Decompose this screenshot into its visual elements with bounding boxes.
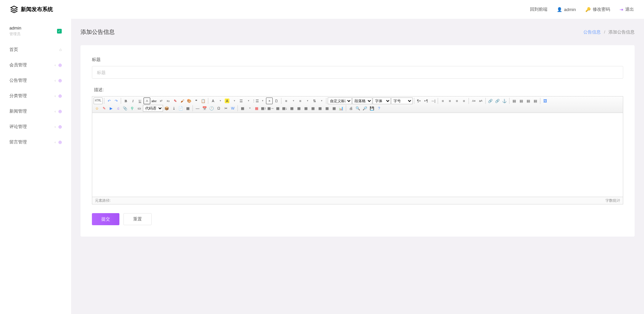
insert-table-dropdown[interactable] (246, 105, 253, 112)
delete-col-button[interactable]: ▦ (288, 105, 295, 112)
back-to-frontend-link[interactable]: 回到前端 (530, 6, 547, 12)
insert-col-button[interactable]: ▦↓ (281, 105, 288, 112)
webapp-button[interactable]: 📦 (163, 105, 170, 112)
undo-button[interactable]: ↶ (106, 98, 112, 104)
anchor-button[interactable]: ⚓ (501, 98, 508, 104)
insert-para-before-table-button[interactable]: ▦↑ (260, 105, 267, 112)
word-count-label[interactable]: 字数统计 (605, 198, 620, 203)
font-size-select[interactable]: 字号 (391, 98, 413, 104)
sidebar-item-5[interactable]: 评论管理‹◎ (0, 119, 71, 134)
font-family-select[interactable]: 字体 (373, 98, 391, 104)
link-button[interactable]: 🔗 (487, 98, 494, 104)
backcolor-button[interactable]: A (225, 99, 229, 103)
reset-button[interactable]: 重置 (123, 213, 152, 225)
source-html-button[interactable]: HTML (94, 98, 103, 104)
snapscreen-button[interactable]: ✂ (222, 105, 229, 112)
italic-button[interactable]: I (129, 98, 136, 104)
rowspacing-top-dropdown[interactable] (290, 98, 297, 104)
unordered-list-button[interactable]: ⋮☰ (252, 98, 259, 104)
print-button[interactable]: 🖨 (347, 105, 354, 112)
music-button[interactable]: ♫ (115, 105, 121, 112)
drafts-button[interactable]: 💾 (369, 105, 375, 112)
underline-button[interactable]: U (137, 98, 143, 104)
time-button[interactable]: 🕐 (208, 105, 215, 112)
unordered-list-dropdown[interactable] (259, 98, 266, 104)
bold-button[interactable]: B (122, 98, 129, 104)
merge-right-button[interactable]: ▦ (303, 105, 309, 112)
insertframe-button[interactable]: ▭ (136, 105, 143, 112)
code-language-select[interactable]: 代码语言 (143, 105, 163, 112)
image-left-button[interactable]: ▤ (511, 98, 518, 104)
ordered-list-button[interactable]: ☰ (238, 98, 245, 104)
format-match-button[interactable]: 🖌 (179, 98, 185, 104)
background-button[interactable]: ▦ (184, 105, 191, 112)
font-border-button[interactable]: A (144, 98, 150, 104)
redo-button[interactable]: ↷ (113, 98, 119, 104)
change-password-link[interactable]: 🔑 修改密码 (585, 6, 610, 12)
insert-row-button[interactable]: ▦→ (267, 105, 274, 112)
align-justify-button[interactable]: ≡ (461, 98, 467, 104)
merge-cells-button[interactable]: ▦ (296, 105, 302, 112)
split-rows-button[interactable]: ▦ (324, 105, 330, 112)
rowspacing-top-button[interactable]: ≡ (283, 98, 289, 104)
forecolor-dropdown[interactable] (217, 98, 223, 104)
indent-button[interactable]: →| (430, 98, 436, 104)
sidebar-item-2[interactable]: 公告管理‹◎ (0, 73, 71, 88)
unlink-button[interactable]: 🔗 (494, 98, 501, 104)
logout-link[interactable]: ⇥ 退出 (620, 6, 634, 12)
clear-format-button[interactable]: ✎ (172, 98, 178, 104)
align-right-button[interactable]: ≡ (453, 98, 460, 104)
submit-button[interactable]: 提交 (92, 213, 119, 225)
split-cells-button[interactable]: ▦ (317, 105, 323, 112)
rtl-button[interactable]: ‣¶ (423, 98, 429, 104)
touppercase-button[interactable]: Aa (470, 98, 477, 104)
blockquote-button[interactable]: ❝ (193, 98, 200, 104)
insert-video-button[interactable]: ▶ (108, 105, 114, 112)
align-left-button[interactable]: ≡ (439, 98, 446, 104)
image-none-button[interactable]: ▤ (532, 98, 539, 104)
editor-content-area[interactable] (92, 113, 623, 197)
scrawl-button[interactable]: ✎ (101, 105, 107, 112)
template-button[interactable]: 📄 (177, 105, 184, 112)
subscript-button[interactable]: x₂ (165, 98, 171, 104)
custom-style-select[interactable]: 自定义标题 (328, 98, 352, 104)
user-link[interactable]: 👤 admin (557, 7, 576, 12)
image-right-button[interactable]: ▤ (518, 98, 525, 104)
attachment-button[interactable]: 📎 (122, 105, 128, 112)
cleardoc-button[interactable]: 🗋 (273, 98, 280, 104)
horizontal-rule-button[interactable]: — (194, 105, 201, 112)
gmap-button[interactable]: ⚲ (129, 105, 136, 112)
delete-table-button[interactable]: ▦ (253, 105, 260, 112)
pagebreak-button[interactable]: ⤓ (170, 105, 177, 112)
sidebar-item-1[interactable]: 会员管理‹◎ (0, 57, 71, 73)
ltr-button[interactable]: ¶‣ (416, 98, 422, 104)
sidebar-item-0[interactable]: 首页⌂ (0, 42, 71, 57)
sidebar-item-4[interactable]: 新闻管理‹◎ (0, 104, 71, 119)
rowspacing-bottom-dropdown[interactable] (304, 98, 311, 104)
sidebar-item-6[interactable]: 留言管理‹◎ (0, 134, 71, 150)
rowspacing-bottom-button[interactable]: ≡ (297, 98, 304, 104)
preview-button[interactable]: 🔍 (355, 105, 361, 112)
emoticon-button[interactable]: ☺ (94, 105, 100, 112)
insert-table-button[interactable]: ▦ (239, 105, 246, 112)
lineheight-button[interactable]: ⇅ (311, 98, 318, 104)
superscript-button[interactable]: x² (158, 98, 164, 104)
lineheight-dropdown[interactable] (318, 98, 325, 104)
merge-down-button[interactable]: ▦ (310, 105, 316, 112)
insert-image-button[interactable]: 🖼 (542, 98, 548, 104)
image-center-button[interactable]: ▤ (525, 98, 532, 104)
forecolor-button[interactable]: A (210, 98, 216, 104)
autotypeset-button[interactable]: 🎨 (186, 98, 193, 104)
split-cols-button[interactable]: ▦ (331, 105, 337, 112)
title-input[interactable] (92, 66, 623, 79)
sidebar-item-3[interactable]: 分类管理‹◎ (0, 88, 71, 104)
ordered-list-dropdown[interactable] (245, 98, 252, 104)
spechars-button[interactable]: Ω (215, 105, 222, 112)
selectall-button[interactable]: a (266, 98, 273, 104)
breadcrumb-link[interactable]: 公告信息 (583, 29, 601, 35)
backcolor-dropdown[interactable] (231, 98, 237, 104)
paragraph-format-select[interactable]: 段落格式 (352, 98, 372, 104)
align-center-button[interactable]: ≡ (446, 98, 453, 104)
pasteplain-button[interactable]: 📋 (200, 98, 207, 104)
logo[interactable]: 新闻发布系统 (10, 5, 53, 13)
